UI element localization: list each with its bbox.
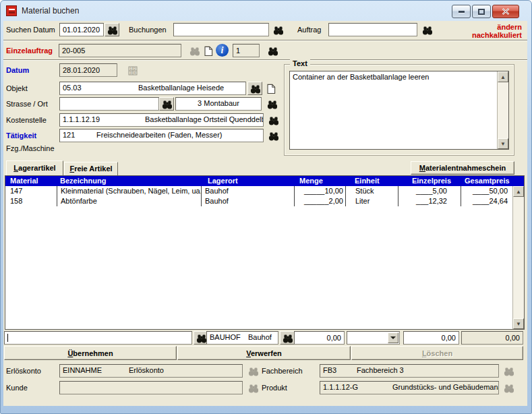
strasse-search-button[interactable] (159, 97, 174, 111)
loeschen-label: Löschen (422, 349, 452, 357)
datum-input[interactable] (59, 63, 117, 77)
col-einheit: Einheit (345, 176, 398, 186)
calendar-button (126, 63, 138, 77)
text-area[interactable]: Container an der Basketballanlage leeren… (289, 71, 509, 150)
ort-field[interactable]: 3 Montabaur (175, 97, 262, 111)
einzelauftrag-label: Einzelauftrag (6, 47, 53, 55)
erloeskonto-field[interactable]: EINNAHMEErlöskonto (59, 364, 243, 378)
binoculars-icon (189, 46, 200, 56)
taetigkeit-search-button[interactable] (266, 129, 280, 142)
binoculars-icon (267, 99, 277, 109)
tab-freie-artikel[interactable]: Freie Artikel (64, 162, 118, 175)
erloeskonto-search-button (245, 364, 260, 378)
taetigkeit-label: Tätigkeit (6, 131, 36, 140)
col-menge: Menge (294, 176, 345, 186)
new-document-button[interactable] (202, 44, 214, 57)
entry-einheit-dropdown[interactable] (347, 331, 400, 345)
cell-material: 147 (5, 186, 57, 196)
entry-lagerort-field[interactable]: BAUHOFBauhof (206, 331, 278, 345)
cell-menge: ______2,00 (294, 196, 345, 206)
scroll-up-button[interactable]: ▲ (513, 186, 524, 197)
scroll-up-button[interactable]: ▲ (498, 71, 508, 82)
cell-einheit: Stück (345, 186, 398, 196)
text-groupbox: Text Container an der Basketballanlage l… (284, 64, 514, 156)
tab-lagerartikel[interactable]: Lagerartikel (6, 160, 63, 175)
binoculars-icon (248, 383, 258, 393)
status-nachkalkuliert: nachkalkuliert (472, 31, 522, 39)
objekt-code: 05.03 (63, 82, 138, 94)
title-bar[interactable]: Material buchen (1, 1, 531, 21)
table-scrollbar[interactable]: ▲ ▼ (512, 186, 524, 329)
scroll-down-button[interactable]: ▼ (498, 138, 508, 149)
entry-gesamtpreis-field[interactable] (461, 331, 523, 345)
produkt-code: 1.1.1.12-G (323, 382, 392, 393)
produkt-label: Produkt (262, 384, 287, 392)
suchen-datum-input[interactable] (59, 23, 104, 36)
buchungen-search-button[interactable] (270, 23, 285, 36)
table-row[interactable]: 158 Abtönfarbe Bauhof ______2,00 Liter _… (5, 196, 524, 206)
suchen-datum-search-button[interactable] (105, 23, 119, 36)
erloeskonto-code: EINNAHME (63, 365, 129, 376)
uebernehmen-button[interactable]: Übernehmen (4, 346, 177, 360)
scroll-down-button[interactable]: ▼ (513, 318, 524, 329)
tab-lagerartikel-label: Lagerartikel (13, 164, 55, 172)
maximize-button[interactable] (472, 5, 491, 18)
client-area: Suchen Datum Buchungen Auftrag ändern na… (3, 21, 527, 406)
objekt-label: Objekt (6, 84, 28, 92)
einzelauftrag-position-input[interactable] (233, 44, 260, 57)
status-flags: ändern nachkalkuliert (472, 23, 522, 39)
objekt-field[interactable]: 05.03Basketballanlage Heisede (59, 82, 246, 95)
cell-gesamtpreis: ____24,64 (461, 196, 513, 206)
binoculars-icon (248, 366, 258, 376)
cell-bezeichnung: Abtönfarbe (57, 196, 201, 206)
cell-einheit: Liter (345, 196, 398, 206)
info-icon: i (221, 45, 224, 56)
objekt-document-button[interactable] (264, 82, 276, 95)
table-row[interactable]: 147 Kleinmaterial (Schrauben, Nägel, Lei… (5, 186, 524, 196)
kostenstelle-label: Kostenstelle (6, 116, 47, 124)
einzelauftrag-input[interactable] (59, 44, 181, 57)
strasse-input[interactable] (59, 97, 159, 111)
col-einzelpreis: Einzelpreis (398, 176, 461, 186)
close-button[interactable] (492, 5, 519, 18)
kunde-field[interactable] (59, 381, 243, 394)
position-search-button[interactable] (265, 44, 280, 57)
verwerfen-button[interactable]: Verwerfen (177, 346, 351, 360)
ort-search-button[interactable] (264, 97, 279, 111)
fachbereich-field[interactable]: FB3Fachbereich 3 (320, 364, 499, 378)
produkt-field[interactable]: 1.1.1.12-GGrundstücks- und Gebäudemanage… (320, 381, 499, 394)
app-window: Material buchen Suchen Datum Buchungen A… (0, 0, 532, 414)
entry-lagerort-search-button[interactable] (280, 331, 295, 345)
fachbereich-label: Fachbereich (262, 367, 303, 375)
kostenstelle-field[interactable]: 1.1.1.12.19Basketballanlage Ortsteil Que… (59, 113, 264, 127)
text-groupbox-legend: Text (290, 59, 310, 67)
taetigkeit-name: Freischneidearbeiten (Faden, Messer) (96, 131, 222, 139)
text-caret (7, 334, 8, 342)
erloeskonto-label: Erlöskonto (6, 367, 41, 375)
buchungen-input[interactable] (173, 23, 269, 36)
separator (3, 40, 527, 41)
objekt-search-button[interactable] (247, 82, 262, 95)
uebernehmen-label: Übernehmen (67, 349, 113, 357)
auftrag-search-button[interactable] (419, 23, 434, 36)
entry-einzelpreis-input[interactable] (403, 331, 459, 345)
entry-menge-input[interactable] (294, 331, 345, 345)
materialentnahmeschein-button[interactable]: Materialentnahmeschein (411, 161, 514, 175)
table-header: Material Bezeichnung Lagerort Menge Einh… (5, 176, 524, 186)
col-material: Material (5, 176, 57, 186)
fachbereich-code: FB3 (323, 365, 357, 376)
taetigkeit-field[interactable]: 121Freischneidearbeiten (Faden, Messer) (59, 129, 264, 142)
document-icon (203, 46, 213, 56)
auftrag-input[interactable] (328, 23, 417, 36)
app-icon (6, 5, 17, 16)
dropdown-button[interactable] (388, 332, 398, 343)
text-scrollbar[interactable]: ▲ ▼ (497, 71, 508, 149)
kostenstelle-search-button[interactable] (266, 113, 280, 127)
info-button[interactable]: i (216, 44, 229, 57)
minimize-button[interactable] (452, 5, 471, 18)
chevron-down-icon (390, 336, 396, 339)
entry-material-field[interactable] (4, 331, 192, 345)
einzelauftrag-search-button (187, 44, 202, 57)
separator (3, 59, 527, 61)
loeschen-button: Löschen (351, 346, 523, 360)
